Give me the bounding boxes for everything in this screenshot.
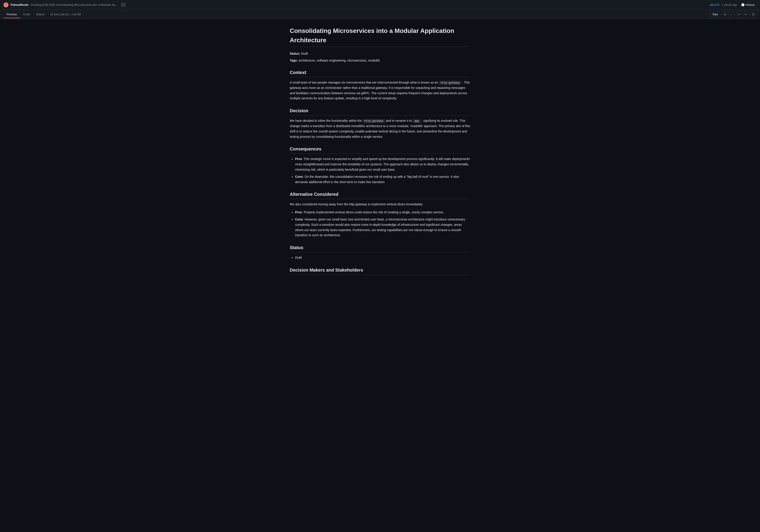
tags-label: Tags: <box>290 59 298 62</box>
cons-text: : On the downside, this consolidation in… <box>295 175 459 184</box>
breadcrumb-dots[interactable]: ··· <box>121 3 126 7</box>
top-bar: T TobiasMende Creating Draft ADR Consoli… <box>0 0 760 10</box>
file-action-group: ⧉ ↓ <box>722 11 735 18</box>
copy-button[interactable]: ⧉ <box>722 11 728 18</box>
history-button[interactable]: 🕐 History <box>739 2 756 7</box>
alt-cons-text: : However, given our small team size and… <box>295 218 465 237</box>
main-content: Consolidating Microservices into a Modul… <box>284 19 476 291</box>
http-gateway-code-2: http-gateway <box>363 119 385 123</box>
alt-cons-label: Cons <box>295 218 303 221</box>
tab-preview[interactable]: Preview <box>4 11 20 18</box>
context-text-before: A small team of two people manages six m… <box>290 81 438 84</box>
status-list-value: Draft <box>295 256 302 259</box>
decision-text-before: We have decided to inline the functional… <box>290 119 362 122</box>
commit-time: 1 minute ago <box>722 3 737 7</box>
list-item: Pros: Properly implemented vertical slic… <box>295 210 470 215</box>
status-label: Status: <box>290 52 300 55</box>
decision-paragraph: We have decided to inline the functional… <box>290 118 470 139</box>
list-icon: ☰ <box>752 13 755 16</box>
download-icon: ↓ <box>731 13 732 16</box>
username: TobiasMende <box>10 3 28 7</box>
app-code: app <box>413 119 421 123</box>
alternative-heading: Alternative Considered <box>290 191 470 199</box>
file-meta: 31 lines (18 loc) · 2.44 KB <box>50 13 710 17</box>
context-heading: Context <box>290 69 470 77</box>
status-list: Draft <box>290 255 470 260</box>
breadcrumb-title: Creating Draft ADR Consolidating Microse… <box>30 3 119 7</box>
consequences-list: Pros: This strategic move is expected to… <box>290 156 470 185</box>
status-line: Status: Draft <box>290 51 470 56</box>
breadcrumb: T TobiasMende Creating Draft ADR Consoli… <box>4 2 707 7</box>
file-toolbar: Preview Code Blame 31 lines (18 loc) · 2… <box>0 10 760 19</box>
edit-button[interactable]: ✏ <box>736 11 742 18</box>
download-button[interactable]: ↓ <box>728 11 735 18</box>
tab-blame[interactable]: Blame <box>33 11 48 18</box>
edit-group: ✏ ▾ <box>736 11 749 18</box>
pros-text: : This strategic move is expected to sim… <box>295 157 470 171</box>
pros-label: Pros <box>295 157 302 161</box>
alternative-list: Pros: Properly implemented vertical slic… <box>290 210 470 238</box>
consequences-heading: Consequences <box>290 146 470 154</box>
decision-heading: Decision <box>290 107 470 115</box>
raw-button[interactable]: Raw <box>710 12 720 17</box>
top-bar-right: afac270 1 minute ago 🕐 History <box>710 2 756 7</box>
avatar: T <box>4 2 9 7</box>
chevron-down-icon: ▾ <box>745 13 746 16</box>
list-item: Draft <box>295 255 470 260</box>
tab-code[interactable]: Code <box>20 11 33 18</box>
list-button[interactable]: ☰ <box>750 11 756 18</box>
decision-makers-heading: Decision Makers and Stakeholders <box>290 267 470 275</box>
list-item: Cons: However, given our small team size… <box>295 217 470 238</box>
context-paragraph: A small team of two people manages six m… <box>290 80 470 101</box>
tags-value: architecture, software engineering, micr… <box>299 59 380 62</box>
edit-icon: ✏ <box>738 13 740 16</box>
http-gateway-code-1: http-gateway <box>439 81 461 85</box>
history-label: History <box>746 3 755 6</box>
tags-line: Tags: architecture, software engineering… <box>290 58 470 63</box>
alternative-paragraph: We also considered moving away from the … <box>290 202 470 207</box>
status-value: Draft <box>301 52 308 55</box>
copy-icon: ⧉ <box>724 13 726 16</box>
commit-hash[interactable]: afac270 <box>710 3 719 7</box>
list-item: Pros: This strategic move is expected to… <box>295 156 470 172</box>
cons-label: Cons <box>295 175 303 178</box>
document-title: Consolidating Microservices into a Modul… <box>290 26 470 47</box>
status-heading: Status <box>290 244 470 252</box>
list-item: Cons: On the downside, this consolidatio… <box>295 174 470 185</box>
alt-pros-label: Pros <box>295 210 302 214</box>
toolbar-actions: Raw ⧉ ↓ ✏ ▾ ☰ <box>710 11 756 18</box>
alt-pros-text: : Properly implemented vertical slices c… <box>302 210 444 214</box>
history-icon: 🕐 <box>741 3 745 6</box>
edit-chevron-button[interactable]: ▾ <box>742 11 749 18</box>
